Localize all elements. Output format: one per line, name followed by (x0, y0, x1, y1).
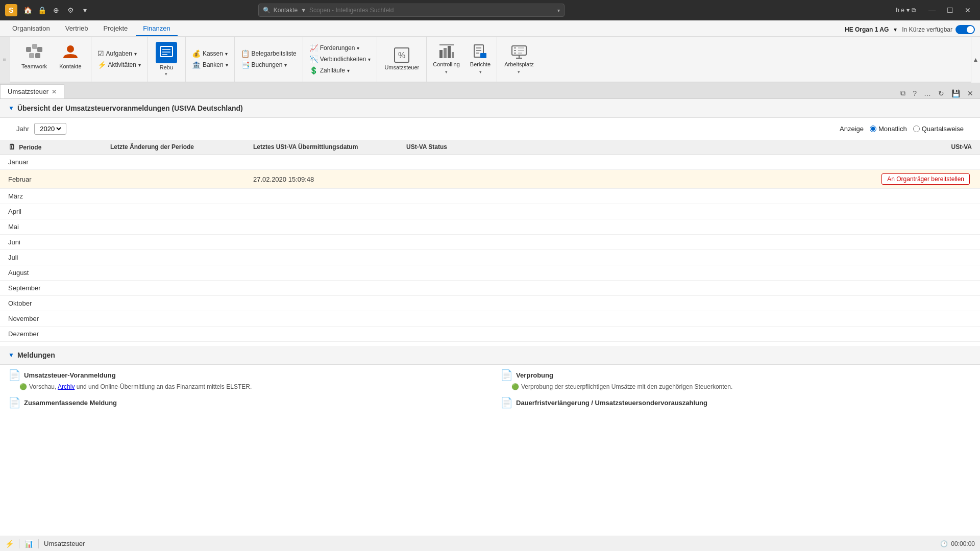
banken-dropdown[interactable]: ▾ (226, 62, 228, 68)
home-icon[interactable]: 🏠 (22, 5, 33, 15)
table-row[interactable]: Januar (0, 155, 980, 170)
period-aenderung (102, 204, 245, 219)
rebu-button[interactable]: Rebu ▾ (152, 39, 181, 80)
forderungen-dropdown[interactable]: ▾ (357, 45, 359, 51)
table-row[interactable]: August (0, 265, 980, 281)
kontakte-button[interactable]: Kontakte (54, 39, 86, 72)
zahllaeufe-button[interactable]: 💲 Zahlläufe ▾ (306, 65, 374, 76)
search-input[interactable] (309, 7, 554, 14)
zahllaeufe-dropdown[interactable]: ▾ (347, 68, 350, 73)
meldung-doc-icon: 📄 (8, 396, 21, 409)
section-title: Übersicht der Umsatzsteuervoranmeldungen… (17, 104, 243, 112)
forderungen-button[interactable]: 📈 Forderungen ▾ (306, 43, 374, 53)
search-bar[interactable]: 🔍 Kontakte ▼ ▾ (258, 4, 565, 17)
clock-icon: 🕐 (940, 540, 948, 547)
nav-tab-finanzen[interactable]: Finanzen (136, 21, 177, 36)
ribbon-section-umsatzsteuer: % Umsatzsteuer (377, 37, 427, 82)
radio-quartalweise-input[interactable] (913, 126, 920, 132)
teamwork-button[interactable]: Teamwork (16, 39, 52, 72)
tab-action-close[interactable]: ✕ (965, 88, 976, 98)
period-name: März (0, 189, 102, 204)
belegarbeitsliste-button[interactable]: 📋 Belegarbeitsliste (238, 48, 300, 59)
radio-monatlich[interactable]: Monatlich (870, 125, 907, 133)
table-row[interactable]: Mai (0, 219, 980, 235)
time-section: 🕐 00:00:00 (940, 540, 975, 547)
window-icon[interactable]: ⧉ (912, 7, 916, 14)
verbindlichkeiten-button[interactable]: 📉 Verbindlichkeiten ▾ (306, 54, 374, 64)
controlling-button[interactable]: Controlling ▾ (430, 42, 463, 76)
archiv-link[interactable]: Archiv (58, 383, 75, 390)
ribbon-left-sidebar[interactable]: ≡ (0, 37, 10, 83)
rebu-expand[interactable]: ▾ (165, 71, 167, 77)
toggle-control[interactable] (955, 25, 975, 34)
berichte-button[interactable]: Berichte ▾ (467, 42, 494, 76)
banken-button[interactable]: 🏦 Banken ▾ (189, 60, 231, 70)
availability-toggle[interactable]: In Kürze verfügbar (902, 25, 975, 34)
table-row[interactable]: Oktober (0, 296, 980, 311)
nav-tab-projekte[interactable]: Projekte (96, 21, 135, 36)
settings-icon[interactable]: ⚙ (65, 5, 76, 15)
radio-monatlich-input[interactable] (870, 126, 876, 132)
ribbon-right-collapse[interactable]: ▲ (971, 37, 980, 83)
close-button[interactable]: ✕ (961, 5, 975, 15)
tab-action-refresh[interactable]: ↻ (936, 88, 947, 98)
svg-rect-0 (26, 47, 31, 52)
tab-action-more[interactable]: … (921, 88, 934, 98)
aufgaben-dropdown[interactable]: ▾ (134, 51, 137, 57)
aktivitaeten-dropdown[interactable]: ▾ (138, 62, 141, 68)
year-dropdown[interactable]: 2020 2019 2021 (38, 124, 63, 133)
nav-tab-vertrieb[interactable]: Vertrieb (58, 21, 95, 36)
svg-rect-13 (444, 48, 447, 58)
table-row[interactable]: Juli (0, 250, 980, 265)
controlling-expand[interactable]: ▾ (445, 69, 448, 74)
app-logo[interactable]: S (5, 4, 17, 16)
add-icon[interactable]: ⊕ (51, 5, 61, 15)
arbeitsplatz-expand[interactable]: ▾ (518, 69, 520, 74)
company-dropdown[interactable]: ▾ (894, 26, 897, 33)
tab-action-help[interactable]: ? (910, 88, 919, 98)
year-select[interactable]: 2020 2019 2021 (34, 123, 66, 135)
status-lightning-icon[interactable]: ⚡ (5, 540, 14, 548)
section-collapse-icon[interactable]: ▼ (8, 105, 14, 112)
table-row[interactable]: Dezember (0, 327, 980, 342)
aufgaben-button[interactable]: ☑ Aufgaben ▾ (94, 48, 144, 59)
buchungen-button[interactable]: 📑 Buchungen ▾ (238, 60, 300, 70)
tab-action-copy[interactable]: ⧉ (898, 88, 908, 98)
meldung-doc-icon: 📄 (500, 369, 513, 381)
organtraeger-button[interactable]: An Organträger bereitstellen (881, 173, 970, 185)
buchungen-dropdown[interactable]: ▾ (284, 62, 287, 68)
lock-icon[interactable]: 🔒 (37, 5, 47, 15)
aktivitaeten-button[interactable]: ⚡ Aktivitäten ▾ (94, 60, 144, 70)
meldung-item[interactable]: 📄Verprobung🟢Verprobung der steuerpflicht… (500, 369, 972, 390)
main-content: ▼ Übersicht der Umsatzsteuervoranmeldung… (0, 99, 980, 536)
maximize-button[interactable]: ☐ (943, 5, 958, 15)
table-row[interactable]: September (0, 281, 980, 296)
table-row[interactable]: November (0, 311, 980, 327)
umsatzsteuer-button[interactable]: % Umsatzsteuer (381, 45, 422, 73)
dropdown-icon[interactable]: ▾ (80, 5, 90, 15)
meldung-item[interactable]: 📄Umsatzsteuer-Voranmeldung🟢Vorschau, Arc… (8, 369, 480, 390)
filter-icon[interactable]: ▼ (301, 7, 306, 13)
doc-tab-close[interactable]: ✕ (52, 88, 57, 95)
nav-tab-organisation[interactable]: Organisation (5, 21, 57, 36)
kassen-dropdown[interactable]: ▾ (225, 51, 228, 57)
verbindlichkeiten-dropdown[interactable]: ▾ (368, 57, 371, 62)
meldungen-collapse-icon[interactable]: ▼ (8, 352, 14, 359)
table-row[interactable]: Februar27.02.2020 15:09:48An Organträger… (0, 170, 980, 189)
minimize-button[interactable]: — (924, 5, 940, 15)
doc-tab-umsatzsteuer[interactable]: Umsatzsteuer ✕ (0, 84, 64, 98)
tab-action-save[interactable]: 💾 (949, 88, 963, 98)
radio-quartalweise[interactable]: Quartalsweise (913, 125, 964, 133)
table-row[interactable]: Juni (0, 235, 980, 250)
table-row[interactable]: April (0, 204, 980, 219)
search-dropdown-arrow[interactable]: ▾ (557, 8, 560, 13)
meldung-item[interactable]: 📄Dauerfristverlängerung / Umsatzsteuerso… (500, 396, 972, 409)
table-row[interactable]: März (0, 189, 980, 204)
arbeitsplatz-button[interactable]: Arbeitsplatz ▾ (501, 42, 536, 76)
berichte-expand[interactable]: ▾ (479, 69, 482, 74)
kassen-button[interactable]: 💰 Kassen ▾ (189, 48, 231, 59)
status-chart-icon[interactable]: 📊 (24, 540, 33, 548)
meldung-item[interactable]: 📄Zusammenfassende Meldung (8, 396, 480, 409)
th-aenderung: Letzte Änderung der Periode (102, 140, 245, 155)
user-dropdown[interactable]: ▾ (906, 7, 910, 14)
